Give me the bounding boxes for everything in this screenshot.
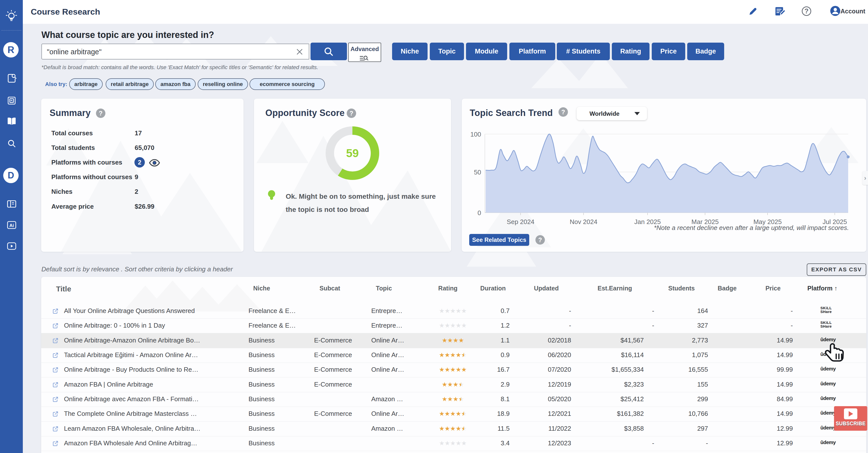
svg-text:59: 59 [346, 147, 359, 160]
svg-text:Ai: Ai [9, 223, 14, 228]
svg-text:50: 50 [474, 168, 481, 176]
svg-text:0: 0 [478, 209, 481, 217]
svg-text:100: 100 [470, 131, 481, 138]
